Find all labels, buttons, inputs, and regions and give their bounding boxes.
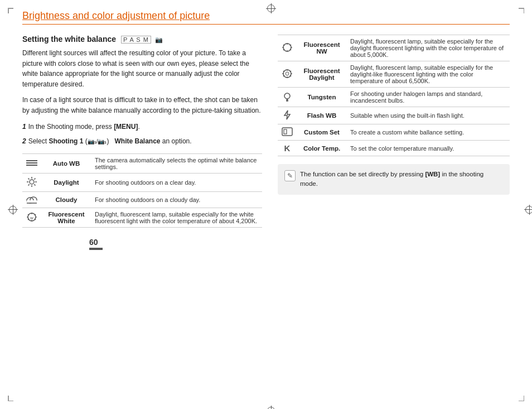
fluorescent-daylight-label: Fluorescent Daylight	[297, 61, 347, 88]
svg-line-11	[28, 184, 30, 185]
tungsten-desc: For shooting under halogen lamps and sta…	[347, 88, 510, 107]
page-bar	[89, 248, 103, 250]
step-2: 2 Select Shooting 1 (📷₁/📷₁) White Balanc…	[22, 136, 262, 147]
auto-wb-icon	[22, 153, 41, 173]
step-2-num: 2	[22, 136, 26, 147]
corner-mark-tl	[8, 8, 16, 16]
table-row: Auto WB The camera automatically selects…	[22, 153, 262, 173]
left-column: Setting the white balance P A S M 📷 Diff…	[22, 35, 262, 250]
color-temp-desc: To set the color temperature manually.	[347, 141, 510, 156]
svg-rect-0	[26, 160, 37, 161]
color-temp-label: Color Temp.	[297, 141, 347, 156]
body-text-1: Different light sources will affect the …	[22, 48, 262, 89]
note-icon: ✎	[284, 170, 296, 181]
fluorescent-daylight-desc: Daylight, fluorescent lamp, suitable esp…	[347, 61, 510, 88]
color-temp-icon: K	[278, 141, 297, 156]
fluorescent-nw-icon	[278, 35, 297, 61]
fluorescent-white-label: Fluorescent White	[41, 208, 91, 227]
table-row: w Fluorescent White Daylight, fluorescen…	[22, 208, 262, 227]
fluorescent-nw-desc: Daylight, fluorescent lamp, suitable esp…	[347, 35, 510, 61]
wb-table-left: Auto WB The camera automatically selects…	[22, 153, 262, 228]
svg-line-8	[28, 178, 30, 179]
step-list: 1 In the Shooting mode, press [MENU]. 2 …	[22, 122, 262, 147]
cloudy-label: Cloudy	[41, 191, 91, 208]
note-box: ✎ The function can be set directly by pr…	[278, 164, 510, 195]
auto-wb-label: Auto WB	[41, 153, 91, 173]
color-temp-k-label: K	[284, 143, 291, 153]
mode-badge: P A S M	[121, 36, 151, 44]
svg-text:w: w	[30, 215, 33, 220]
heading-text: Setting the white balance	[22, 35, 116, 44]
daylight-icon	[22, 173, 41, 191]
corner-mark-bl	[8, 393, 16, 401]
table-row: K Color Temp. To set the color temperatu…	[278, 141, 510, 156]
flash-wb-desc: Suitable when using the built-in flash l…	[347, 107, 510, 124]
flash-wb-label: Flash WB	[297, 107, 347, 124]
cloudy-icon	[22, 191, 41, 208]
custom-set-desc: To create a custom white ballance settin…	[347, 124, 510, 141]
svg-line-10	[34, 178, 35, 179]
table-row: Fluorescent NW Daylight, fluorescent lam…	[278, 35, 510, 61]
mode-icon: 📷	[155, 36, 163, 43]
step-1: 1 In the Shooting mode, press [MENU].	[22, 122, 262, 132]
body-text-2: In case of a light source that is diffic…	[22, 95, 262, 116]
tungsten-label: Tungsten	[297, 88, 347, 107]
flash-wb-icon	[278, 107, 297, 124]
svg-point-35	[283, 70, 291, 78]
tungsten-icon	[278, 88, 297, 107]
corner-mark-tr	[516, 8, 524, 16]
svg-line-9	[34, 184, 35, 185]
fluorescent-daylight-icon	[278, 61, 297, 88]
table-row: Custom Set To create a custom white ball…	[278, 124, 510, 141]
table-row: Daylight For shooting outdoors on a clea…	[22, 173, 262, 191]
svg-marker-49	[284, 110, 290, 119]
page-number: 60	[89, 238, 262, 247]
step-1-num: 1	[22, 122, 26, 132]
section-heading: Setting the white balance P A S M 📷	[22, 35, 262, 44]
fluorescent-white-icon: w	[22, 208, 41, 227]
custom-set-label: Custom Set	[297, 124, 347, 141]
table-row: Flash WB Suitable when using the built-i…	[278, 107, 510, 124]
wb-table-right: Fluorescent NW Daylight, fluorescent lam…	[278, 35, 510, 156]
right-column: Fluorescent NW Daylight, fluorescent lam…	[278, 35, 510, 250]
content-columns: Setting the white balance P A S M 📷 Diff…	[22, 35, 510, 250]
svg-point-45	[284, 93, 290, 99]
custom-set-icon	[278, 124, 297, 141]
daylight-desc: For shooting outdoors on a clear day.	[91, 173, 262, 191]
svg-point-26	[283, 44, 291, 51]
step-1-text: In the Shooting mode, press [MENU].	[28, 122, 262, 132]
step-2-text: Select Shooting 1 (📷₁/📷₁) White Balance …	[28, 136, 262, 147]
fluorescent-nw-label: Fluorescent NW	[297, 35, 347, 61]
table-row: Cloudy For shooting outdoors on a cloudy…	[22, 191, 262, 208]
auto-wb-desc: The camera automatically selects the opt…	[91, 153, 262, 173]
svg-rect-2	[26, 165, 37, 166]
svg-point-44	[286, 72, 289, 75]
corner-mark-br	[516, 393, 524, 401]
note-text: The function can be set directly by pres…	[300, 170, 503, 189]
cloudy-desc: For shooting outdoors on a cloudy day.	[91, 191, 262, 208]
table-row: Fluorescent Daylight Daylight, fluoresce…	[278, 61, 510, 88]
daylight-label: Daylight	[41, 173, 91, 191]
svg-rect-1	[26, 162, 37, 163]
fluorescent-white-desc: Daylight, fluorescent lamp, suitable esp…	[91, 208, 262, 227]
svg-rect-51	[284, 129, 287, 134]
svg-point-3	[30, 180, 34, 184]
table-row: Tungsten For shooting under halogen lamp…	[278, 88, 510, 107]
page-number-section: 60	[22, 238, 262, 250]
page-container: Brightness and color adjustment of pictu…	[0, 0, 532, 409]
